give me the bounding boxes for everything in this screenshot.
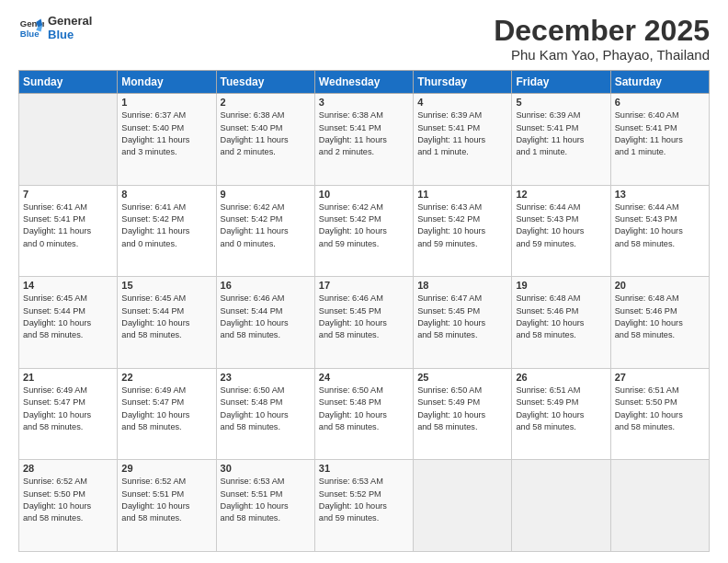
day-number: 19 (516, 280, 606, 291)
day-number: 23 (221, 372, 311, 383)
day-number: 31 (319, 463, 409, 474)
week-row-2: 7Sunrise: 6:41 AM Sunset: 5:41 PM Daylig… (19, 185, 710, 277)
day-info: Sunrise: 6:40 AM Sunset: 5:41 PM Dayligh… (615, 109, 705, 158)
day-cell: 26Sunrise: 6:51 AM Sunset: 5:49 PM Dayli… (512, 368, 610, 460)
day-info: Sunrise: 6:51 AM Sunset: 5:50 PM Dayligh… (615, 385, 705, 433)
page: General Blue General Blue December 2025 … (0, 0, 728, 563)
logo-general: General (48, 15, 92, 29)
calendar-table: SundayMondayTuesdayWednesdayThursdayFrid… (18, 70, 710, 552)
day-cell: 4Sunrise: 6:39 AM Sunset: 5:41 PM Daylig… (414, 94, 512, 186)
col-header-sunday: Sunday (19, 71, 118, 94)
calendar-title: December 2025 (494, 15, 710, 47)
calendar-subtitle: Phu Kam Yao, Phayao, Thailand (494, 47, 710, 63)
day-info: Sunrise: 6:43 AM Sunset: 5:42 PM Dayligh… (417, 201, 507, 250)
day-number: 26 (516, 372, 606, 383)
day-info: Sunrise: 6:45 AM Sunset: 5:44 PM Dayligh… (23, 293, 113, 341)
day-cell: 30Sunrise: 6:53 AM Sunset: 5:51 PM Dayli… (216, 460, 314, 552)
day-number: 25 (417, 372, 507, 383)
day-cell: 13Sunrise: 6:44 AM Sunset: 5:43 PM Dayli… (610, 185, 709, 277)
day-info: Sunrise: 6:45 AM Sunset: 5:44 PM Dayligh… (121, 293, 211, 341)
day-cell: 31Sunrise: 6:53 AM Sunset: 5:52 PM Dayli… (314, 460, 413, 552)
day-info: Sunrise: 6:52 AM Sunset: 5:50 PM Dayligh… (23, 476, 113, 524)
day-number: 12 (516, 189, 606, 200)
logo-blue: Blue (48, 29, 92, 42)
day-number: 21 (23, 372, 113, 383)
col-header-thursday: Thursday (414, 71, 512, 94)
title-block: December 2025 Phu Kam Yao, Phayao, Thail… (494, 15, 710, 63)
day-number: 10 (319, 189, 409, 200)
header-row: SundayMondayTuesdayWednesdayThursdayFrid… (19, 71, 710, 94)
day-info: Sunrise: 6:44 AM Sunset: 5:43 PM Dayligh… (615, 201, 705, 250)
day-info: Sunrise: 6:42 AM Sunset: 5:42 PM Dayligh… (319, 201, 409, 250)
day-info: Sunrise: 6:50 AM Sunset: 5:48 PM Dayligh… (221, 385, 311, 433)
day-cell: 12Sunrise: 6:44 AM Sunset: 5:43 PM Dayli… (512, 185, 610, 277)
day-info: Sunrise: 6:50 AM Sunset: 5:48 PM Dayligh… (319, 385, 409, 433)
day-cell: 1Sunrise: 6:37 AM Sunset: 5:40 PM Daylig… (118, 94, 216, 186)
day-cell: 28Sunrise: 6:52 AM Sunset: 5:50 PM Dayli… (19, 460, 118, 552)
logo-icon: General Blue (18, 16, 44, 41)
week-row-3: 14Sunrise: 6:45 AM Sunset: 5:44 PM Dayli… (19, 277, 710, 369)
day-info: Sunrise: 6:39 AM Sunset: 5:41 PM Dayligh… (516, 109, 606, 158)
day-cell: 20Sunrise: 6:48 AM Sunset: 5:46 PM Dayli… (610, 277, 709, 369)
day-info: Sunrise: 6:52 AM Sunset: 5:51 PM Dayligh… (121, 476, 211, 524)
day-cell: 9Sunrise: 6:42 AM Sunset: 5:42 PM Daylig… (216, 185, 314, 277)
day-cell: 11Sunrise: 6:43 AM Sunset: 5:42 PM Dayli… (414, 185, 512, 277)
day-number: 5 (516, 97, 606, 108)
day-cell: 22Sunrise: 6:49 AM Sunset: 5:47 PM Dayli… (118, 368, 216, 460)
day-info: Sunrise: 6:46 AM Sunset: 5:45 PM Dayligh… (319, 293, 409, 341)
week-row-1: 1Sunrise: 6:37 AM Sunset: 5:40 PM Daylig… (19, 94, 710, 186)
day-info: Sunrise: 6:41 AM Sunset: 5:42 PM Dayligh… (121, 201, 211, 250)
day-cell (610, 460, 709, 552)
day-info: Sunrise: 6:41 AM Sunset: 5:41 PM Dayligh… (23, 201, 113, 250)
day-number: 4 (417, 97, 507, 108)
day-info: Sunrise: 6:38 AM Sunset: 5:40 PM Dayligh… (221, 109, 311, 158)
day-cell: 18Sunrise: 6:47 AM Sunset: 5:45 PM Dayli… (414, 277, 512, 369)
day-cell (512, 460, 610, 552)
day-cell: 29Sunrise: 6:52 AM Sunset: 5:51 PM Dayli… (118, 460, 216, 552)
day-cell: 14Sunrise: 6:45 AM Sunset: 5:44 PM Dayli… (19, 277, 118, 369)
day-info: Sunrise: 6:49 AM Sunset: 5:47 PM Dayligh… (121, 385, 211, 433)
day-number: 20 (615, 280, 705, 291)
day-cell (414, 460, 512, 552)
day-number: 9 (221, 189, 311, 200)
day-number: 22 (121, 372, 211, 383)
day-number: 24 (319, 372, 409, 383)
day-cell: 17Sunrise: 6:46 AM Sunset: 5:45 PM Dayli… (314, 277, 413, 369)
day-cell: 16Sunrise: 6:46 AM Sunset: 5:44 PM Dayli… (216, 277, 314, 369)
day-info: Sunrise: 6:44 AM Sunset: 5:43 PM Dayligh… (516, 201, 606, 250)
day-cell: 3Sunrise: 6:38 AM Sunset: 5:41 PM Daylig… (314, 94, 413, 186)
day-number: 3 (319, 97, 409, 108)
week-row-5: 28Sunrise: 6:52 AM Sunset: 5:50 PM Dayli… (19, 460, 710, 552)
day-info: Sunrise: 6:47 AM Sunset: 5:45 PM Dayligh… (417, 293, 507, 341)
day-number: 15 (121, 280, 211, 291)
day-info: Sunrise: 6:48 AM Sunset: 5:46 PM Dayligh… (615, 293, 705, 341)
day-info: Sunrise: 6:50 AM Sunset: 5:49 PM Dayligh… (417, 385, 507, 433)
day-number: 16 (221, 280, 311, 291)
day-info: Sunrise: 6:42 AM Sunset: 5:42 PM Dayligh… (221, 201, 311, 250)
day-cell: 27Sunrise: 6:51 AM Sunset: 5:50 PM Dayli… (610, 368, 709, 460)
day-number: 6 (615, 97, 705, 108)
header: General Blue General Blue December 2025 … (18, 15, 710, 63)
day-cell: 19Sunrise: 6:48 AM Sunset: 5:46 PM Dayli… (512, 277, 610, 369)
day-cell: 8Sunrise: 6:41 AM Sunset: 5:42 PM Daylig… (118, 185, 216, 277)
day-number: 28 (23, 463, 113, 474)
week-row-4: 21Sunrise: 6:49 AM Sunset: 5:47 PM Dayli… (19, 368, 710, 460)
day-number: 1 (121, 97, 211, 108)
day-cell: 21Sunrise: 6:49 AM Sunset: 5:47 PM Dayli… (19, 368, 118, 460)
day-cell: 2Sunrise: 6:38 AM Sunset: 5:40 PM Daylig… (216, 94, 314, 186)
day-cell: 6Sunrise: 6:40 AM Sunset: 5:41 PM Daylig… (610, 94, 709, 186)
day-number: 29 (121, 463, 211, 474)
day-info: Sunrise: 6:51 AM Sunset: 5:49 PM Dayligh… (516, 385, 606, 433)
col-header-monday: Monday (118, 71, 216, 94)
day-info: Sunrise: 6:53 AM Sunset: 5:52 PM Dayligh… (319, 476, 409, 524)
day-number: 11 (417, 189, 507, 200)
day-number: 7 (23, 189, 113, 200)
day-cell: 25Sunrise: 6:50 AM Sunset: 5:49 PM Dayli… (414, 368, 512, 460)
day-info: Sunrise: 6:38 AM Sunset: 5:41 PM Dayligh… (319, 109, 409, 158)
day-info: Sunrise: 6:39 AM Sunset: 5:41 PM Dayligh… (417, 109, 507, 158)
col-header-friday: Friday (512, 71, 610, 94)
day-number: 27 (615, 372, 705, 383)
day-info: Sunrise: 6:48 AM Sunset: 5:46 PM Dayligh… (516, 293, 606, 341)
day-cell (19, 94, 118, 186)
col-header-tuesday: Tuesday (216, 71, 314, 94)
